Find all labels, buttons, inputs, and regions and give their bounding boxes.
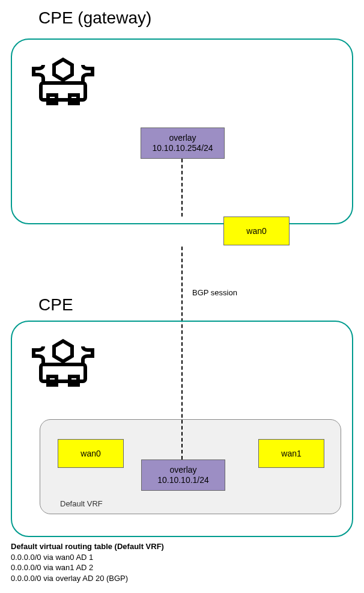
- wan1-bot-label: wan1: [281, 449, 301, 459]
- overlay-bot-label: overlay: [169, 465, 196, 475]
- default-vrf-label: Default VRF: [60, 499, 103, 508]
- wan0-top-box: wan0: [223, 217, 290, 245]
- gateway-title: CPE (gateway): [38, 8, 151, 28]
- overlay-top-cidr: 10.10.10.254/24: [152, 143, 213, 153]
- bgp-session-label: BGP session: [192, 288, 237, 297]
- router-icon: [30, 336, 96, 390]
- routing-table: Default virtual routing table (Default V…: [11, 541, 164, 583]
- wan0-bottom-box: wan0: [58, 439, 124, 468]
- overlay-top-box: overlay 10.10.10.254/24: [141, 128, 225, 159]
- overlay-bottom-box: overlay 10.10.10.1/24: [141, 459, 225, 491]
- cpe-title: CPE: [38, 295, 73, 315]
- dash-top: [181, 159, 183, 217]
- overlay-top-label: overlay: [169, 133, 196, 143]
- routing-entry: 0.0.0.0/0 via wan1 AD 2: [11, 562, 164, 573]
- router-icon: [30, 54, 96, 108]
- routing-entry: 0.0.0.0/0 via overlay AD 20 (BGP): [11, 573, 164, 584]
- wan0-bot-label: wan0: [80, 449, 100, 459]
- wan0-top-label: wan0: [246, 226, 266, 236]
- wan1-bottom-box: wan1: [258, 439, 324, 468]
- routing-title: Default virtual routing table (Default V…: [11, 541, 164, 552]
- overlay-bot-cidr: 10.10.10.1/24: [157, 475, 209, 485]
- routing-entry: 0.0.0.0/0 via wan0 AD 1: [11, 552, 164, 563]
